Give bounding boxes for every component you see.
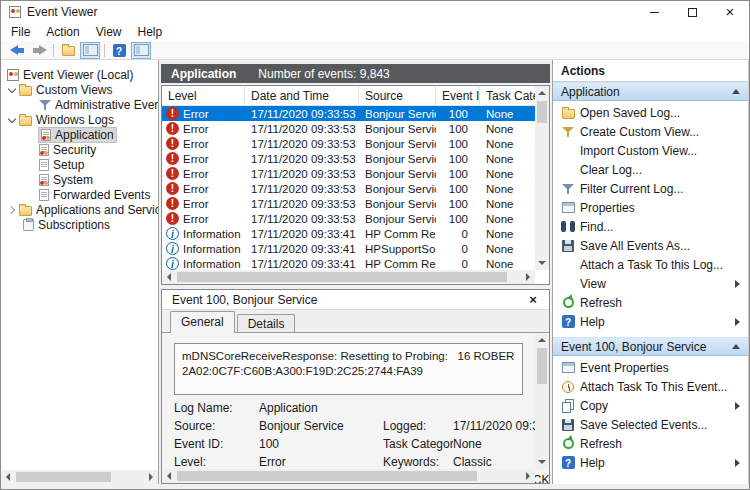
table-row[interactable]: Error 17/11/2020 09:33:53 Bonjour Servic… xyxy=(162,151,535,166)
tree-item-application[interactable]: Application xyxy=(1,127,158,142)
date-cell: 17/11/2020 09:33:53 xyxy=(245,138,359,150)
action-view[interactable]: View xyxy=(553,274,748,293)
close-details-button[interactable] xyxy=(525,292,541,307)
date-cell: 17/11/2020 09:33:53 xyxy=(245,108,359,120)
open-saved-log-toolbar-button[interactable] xyxy=(58,42,78,59)
menu-file[interactable]: File xyxy=(3,23,38,41)
scroll-down-arrow[interactable] xyxy=(535,455,549,469)
table-row[interactable]: Information 17/11/2020 09:33:41 HP Comm … xyxy=(162,256,535,270)
table-row[interactable]: Error 17/11/2020 09:33:53 Bonjour Servic… xyxy=(162,211,535,226)
scroll-down-arrow[interactable] xyxy=(535,256,549,270)
action-create-custom-view[interactable]: Create Custom View... xyxy=(553,122,748,141)
scroll-right-arrow[interactable] xyxy=(521,469,535,483)
column-header-source[interactable]: Source xyxy=(359,86,436,105)
scroll-left-arrow[interactable] xyxy=(1,470,15,484)
scroll-left-arrow[interactable] xyxy=(162,270,176,284)
information-icon xyxy=(166,227,179,240)
tree-item-system[interactable]: System xyxy=(1,172,158,187)
table-row[interactable]: Error 17/11/2020 09:33:53 Bonjour Servic… xyxy=(162,166,535,181)
actions-section-application[interactable]: Application xyxy=(553,82,748,101)
table-row[interactable]: Information 17/11/2020 09:33:41 HP Comm … xyxy=(162,226,535,241)
chevron-expanded-icon[interactable] xyxy=(7,115,19,125)
tree-item-custom-views[interactable]: Custom Views xyxy=(1,82,158,97)
details-horizontal-scrollbar[interactable] xyxy=(162,469,535,483)
action-help-event[interactable]: Help xyxy=(553,453,748,472)
tree-item-subscriptions[interactable]: Subscriptions xyxy=(1,217,158,232)
back-button[interactable] xyxy=(7,42,27,59)
close-button[interactable] xyxy=(711,1,749,23)
action-attach-task-to-log[interactable]: Attach a Task To this Log... xyxy=(553,255,748,274)
tree-item-forwarded-events[interactable]: Forwarded Events xyxy=(1,187,158,202)
show-console-tree-button[interactable] xyxy=(80,42,100,59)
action-copy[interactable]: Copy xyxy=(553,396,748,415)
action-save-all-events-as[interactable]: Save All Events As... xyxy=(553,236,748,255)
action-help[interactable]: Help xyxy=(553,312,748,331)
chevron-expanded-icon[interactable] xyxy=(7,85,19,95)
help-toolbar-button[interactable] xyxy=(109,42,129,59)
forward-arrow-icon xyxy=(32,45,47,56)
action-refresh-event[interactable]: Refresh xyxy=(553,434,748,453)
folder-arrow-icon xyxy=(62,46,75,56)
minimize-button[interactable] xyxy=(635,1,673,23)
column-header-date[interactable]: Date and Time xyxy=(245,86,359,105)
source-cell: Bonjour Service xyxy=(359,168,436,180)
event-id-cell: 100 xyxy=(436,183,480,195)
tree-horizontal-scrollbar[interactable] xyxy=(1,470,158,484)
scrollbar-thumb[interactable] xyxy=(177,471,477,481)
date-cell: 17/11/2020 09:33:53 xyxy=(245,213,359,225)
action-save-selected-events[interactable]: Save Selected Events... xyxy=(553,415,748,434)
tree-item-setup[interactable]: Setup xyxy=(1,157,158,172)
menu-help[interactable]: Help xyxy=(130,23,171,41)
tree-item-event-viewer-local[interactable]: Event Viewer (Local) xyxy=(1,67,158,82)
table-row[interactable]: Information 17/11/2020 09:33:41 HPSuppor… xyxy=(162,241,535,256)
action-import-custom-view[interactable]: Import Custom View... xyxy=(553,141,748,160)
column-header-level[interactable]: Level xyxy=(162,86,245,105)
scrollbar-thumb[interactable] xyxy=(16,472,111,482)
table-row[interactable]: Error 17/11/2020 09:33:53 Bonjour Servic… xyxy=(162,181,535,196)
event-list-horizontal-scrollbar[interactable] xyxy=(162,270,535,284)
table-row[interactable]: Error 17/11/2020 09:33:53 Bonjour Servic… xyxy=(162,106,535,121)
table-row[interactable]: Error 17/11/2020 09:33:53 Bonjour Servic… xyxy=(162,121,535,136)
tree-item-security[interactable]: Security xyxy=(1,142,158,157)
action-attach-task-to-event[interactable]: Attach Task To This Event... xyxy=(553,377,748,396)
action-clear-log[interactable]: Clear Log... xyxy=(553,160,748,179)
tree-item-windows-logs[interactable]: Windows Logs xyxy=(1,112,158,127)
action-refresh[interactable]: Refresh xyxy=(553,293,748,312)
column-header-task-category[interactable]: Task Catego... xyxy=(480,86,535,105)
action-filter-current-log[interactable]: Filter Current Log... xyxy=(553,179,748,198)
details-vertical-scrollbar[interactable] xyxy=(535,333,549,469)
tree-selection-highlight: Application xyxy=(39,128,116,142)
chevron-collapsed-icon[interactable] xyxy=(7,205,19,215)
menu-view[interactable]: View xyxy=(88,23,130,41)
date-cell: 17/11/2020 09:33:53 xyxy=(245,168,359,180)
tab-general[interactable]: General xyxy=(170,311,235,332)
actions-section-event[interactable]: Event 100, Bonjour Service xyxy=(553,337,748,356)
tab-details[interactable]: Details xyxy=(237,314,296,332)
tree-item-label: Administrative Events xyxy=(55,98,159,112)
scrollbar-thumb[interactable] xyxy=(537,101,547,123)
column-header-event-id[interactable]: Event ID xyxy=(436,86,480,105)
action-event-properties[interactable]: Event Properties xyxy=(553,358,748,377)
scroll-left-arrow[interactable] xyxy=(162,469,176,483)
scrollbar-thumb[interactable] xyxy=(177,272,507,282)
scroll-right-arrow[interactable] xyxy=(521,270,535,284)
event-list-vertical-scrollbar[interactable] xyxy=(535,86,549,270)
console-window-icon xyxy=(83,44,98,56)
tree-item-applications-services-logs[interactable]: Applications and Services Lo xyxy=(1,202,158,217)
level-cell: Error xyxy=(162,152,245,165)
tree-item-administrative-events[interactable]: Administrative Events xyxy=(1,97,158,112)
action-find[interactable]: Find... xyxy=(553,217,748,236)
scrollbar-thumb[interactable] xyxy=(537,348,547,384)
maximize-button[interactable] xyxy=(673,1,711,23)
scroll-up-arrow[interactable] xyxy=(535,86,549,100)
table-row[interactable]: Error 17/11/2020 09:33:53 Bonjour Servic… xyxy=(162,196,535,211)
show-action-pane-button[interactable] xyxy=(131,42,151,59)
action-open-saved-log[interactable]: Open Saved Log... xyxy=(553,103,748,122)
action-properties[interactable]: Properties xyxy=(553,198,748,217)
task-cell: None xyxy=(480,168,535,180)
table-row[interactable]: Error 17/11/2020 09:33:53 Bonjour Servic… xyxy=(162,136,535,151)
menu-action[interactable]: Action xyxy=(38,23,87,41)
scroll-up-arrow[interactable] xyxy=(535,333,549,347)
forward-button[interactable] xyxy=(29,42,49,59)
scroll-right-arrow[interactable] xyxy=(144,470,158,484)
